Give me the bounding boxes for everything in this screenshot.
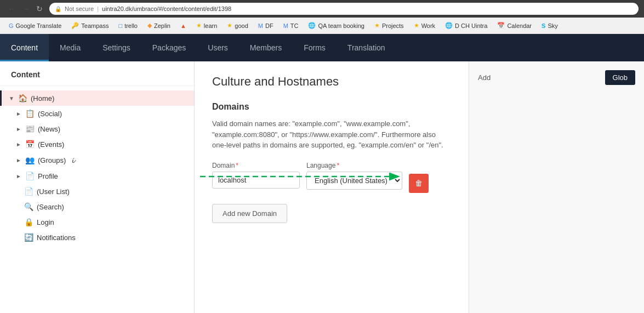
- right-panel: Add Glob: [469, 61, 644, 313]
- bookmark-label: Calendar: [507, 22, 532, 29]
- userlist-icon: 📄: [24, 187, 33, 196]
- sidebar-item-notifications[interactable]: 🔄 Notifications: [0, 230, 194, 245]
- search-icon: 🔍: [24, 202, 33, 211]
- nav-members[interactable]: Members: [239, 34, 293, 61]
- address-bar[interactable]: 🔒 Not secure | uintra20.dk/umbraco/#/con…: [49, 3, 639, 15]
- toggle-news[interactable]: ►: [15, 126, 22, 132]
- domain-row: Domain* Language* English (United States…: [212, 162, 451, 193]
- bookmark-qa-team-booking[interactable]: 🌐 QA team booking: [304, 20, 368, 31]
- domains-section: Domains Valid domain names are: "example…: [212, 102, 451, 223]
- back-button[interactable]: ←: [5, 3, 18, 14]
- not-secure-label: Not secure: [65, 5, 94, 12]
- sidebar-item-home[interactable]: ▼ 🏠 (Home): [0, 90, 194, 106]
- bookmark-zeplin[interactable]: ◆ Zeplin: [143, 20, 175, 31]
- nav-users[interactable]: Users: [197, 34, 239, 61]
- sidebar-item-groups[interactable]: ► 👥 (Groups) 𝓲: [0, 152, 194, 168]
- bookmark-label: DF: [265, 22, 273, 29]
- content-area: Culture and Hostnames Domains Valid doma…: [195, 61, 469, 313]
- globe-icon: 🌐: [308, 22, 316, 29]
- sidebar-item-label-notifications: Notifications: [37, 234, 76, 242]
- profile-icon: 📄: [25, 172, 35, 180]
- browser-chrome: ← → ↻ 🔒 Not secure | uintra20.dk/umbraco…: [0, 0, 644, 18]
- toggle-profile[interactable]: ►: [15, 173, 22, 179]
- nav-forms[interactable]: Forms: [293, 34, 337, 61]
- bookmark-label: Projects: [382, 22, 404, 29]
- sidebar-item-search[interactable]: 🔍 (Search): [0, 199, 194, 214]
- bookmark-label: Sky: [548, 22, 557, 29]
- url-separator: |: [97, 5, 99, 12]
- sidebar-item-label-login: Login: [37, 218, 54, 226]
- bookmark-good[interactable]: ★ good: [223, 20, 252, 31]
- bookmark-trello[interactable]: □ trello: [114, 21, 142, 31]
- sidebar-item-label-home: (Home): [31, 94, 54, 103]
- domain-field-label: Domain*: [212, 162, 300, 169]
- bookmark-sky[interactable]: S Sky: [537, 21, 562, 31]
- lock-icon: 🔒: [55, 6, 61, 12]
- bookmark-atlas[interactable]: ▲: [176, 21, 191, 31]
- bookmark-label: Google Translate: [16, 22, 62, 29]
- page-title: Culture and Hostnames: [212, 75, 451, 89]
- toggle-home[interactable]: ▼: [8, 95, 15, 101]
- toggle-events[interactable]: ►: [15, 141, 22, 147]
- toggle-groups[interactable]: ►: [15, 157, 22, 163]
- df-icon: M: [258, 22, 263, 29]
- bookmarks-bar: G Google Translate 🔑 Teampass □ trello ◆…: [0, 18, 644, 34]
- nav-packages[interactable]: Packages: [141, 34, 197, 61]
- cursor-indicator: 𝓲: [71, 155, 74, 165]
- nav-media[interactable]: Media: [49, 34, 92, 61]
- learn-icon: ★: [196, 22, 202, 29]
- nav-content[interactable]: Content: [0, 34, 49, 61]
- add-domain-button[interactable]: Add new Domain: [212, 204, 287, 223]
- sidebar-item-social[interactable]: ► 📋 (Social): [0, 106, 194, 121]
- bookmark-google-translate[interactable]: G Google Translate: [4, 21, 66, 31]
- glob-button[interactable]: Glob: [605, 70, 635, 85]
- main-container: Content ▼ 🏠 (Home) ► 📋 (Social) ► 📰: [0, 61, 644, 313]
- bookmark-d-ch-uintra[interactable]: 🌐 D CH Uintra: [441, 20, 492, 31]
- bookmark-label: D CH Uintra: [455, 22, 487, 29]
- url-text: uintra20.dk/umbraco/#/content/content/ed…: [102, 5, 231, 12]
- sidebar-item-profile[interactable]: ► 📄 Profile: [0, 168, 194, 184]
- bookmark-calendar[interactable]: 📅 Calendar: [493, 20, 536, 31]
- domains-description: Valid domain names are: "example.com", "…: [212, 118, 451, 151]
- sidebar-item-userlist[interactable]: 📄 (User List): [0, 184, 194, 199]
- sidebar-item-label-profile: Profile: [38, 172, 58, 180]
- nav-settings[interactable]: Settings: [92, 34, 141, 61]
- globe2-icon: 🌐: [445, 22, 453, 29]
- home-icon: 🏠: [18, 94, 27, 103]
- sidebar-item-login[interactable]: 🔒 Login: [0, 214, 194, 230]
- lock-icon: 🔒: [24, 218, 33, 226]
- bookmark-tc[interactable]: M TC: [279, 21, 303, 31]
- bookmark-projects[interactable]: ★ Projects: [370, 20, 408, 31]
- forward-button[interactable]: →: [20, 3, 32, 14]
- toggle-social[interactable]: ►: [15, 111, 22, 117]
- tc-icon: M: [283, 22, 288, 29]
- bookmark-label: trello: [124, 22, 138, 29]
- bookmark-label: Zeplin: [154, 22, 170, 29]
- bookmark-teampass[interactable]: 🔑 Teampass: [67, 20, 113, 31]
- sidebar-item-label-events: (Events): [38, 140, 64, 149]
- sidebar-item-events[interactable]: ► 📅 (Events): [0, 136, 194, 152]
- domain-input[interactable]: [212, 172, 300, 189]
- bookmark-label: QA team booking: [318, 22, 364, 29]
- sidebar-item-label-news: (News): [38, 125, 60, 133]
- work-icon: ★: [414, 22, 419, 29]
- sidebar-item-label-userlist: (User List): [37, 187, 70, 196]
- calendar-icon: 📅: [497, 22, 505, 29]
- sidebar-item-label-search: (Search): [37, 203, 64, 211]
- bookmark-df[interactable]: M DF: [254, 21, 278, 31]
- domain-field-group: Domain*: [212, 162, 300, 189]
- refresh-button[interactable]: ↻: [34, 3, 45, 14]
- bookmark-work[interactable]: ★ Work: [409, 20, 440, 31]
- google-icon: G: [9, 22, 14, 29]
- language-select[interactable]: English (United States) Danish German Fr…: [306, 172, 402, 190]
- delete-domain-button[interactable]: 🗑: [409, 174, 429, 193]
- sidebar-item-news[interactable]: ► 📰 (News): [0, 121, 194, 136]
- nav-translation[interactable]: Translation: [337, 34, 396, 61]
- bookmark-learn[interactable]: ★ learn: [192, 20, 221, 31]
- skype-icon: S: [542, 22, 545, 29]
- bookmark-label: TC: [290, 22, 299, 29]
- bookmark-label: learn: [204, 22, 217, 29]
- right-panel-header: Add Glob: [478, 70, 635, 85]
- social-icon: 📋: [25, 109, 35, 118]
- language-field-group: Language* English (United States) Danish…: [306, 162, 402, 190]
